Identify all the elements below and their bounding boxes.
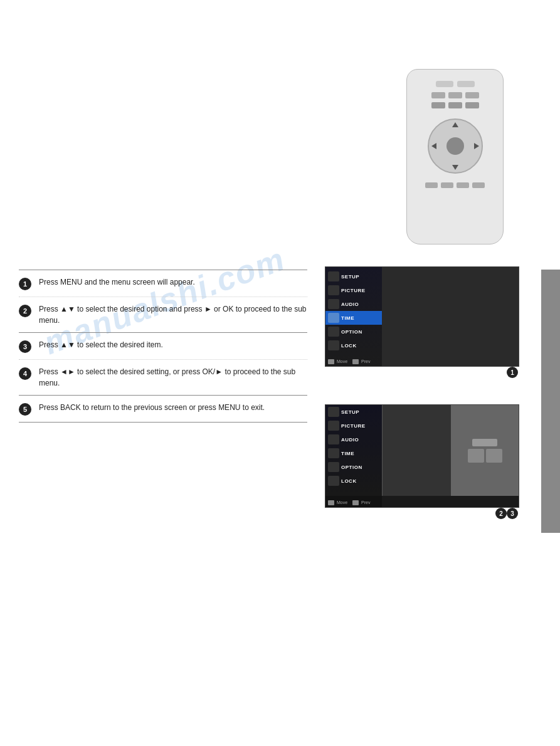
menu-item-option: OPTION <box>325 325 382 339</box>
prev2-icon <box>352 500 359 505</box>
menu2-label-option: OPTION <box>341 465 362 470</box>
remote-dpad <box>428 118 483 174</box>
screen2-right-boxes <box>468 449 502 463</box>
screen2-footer-right-label: Prev <box>361 500 370 505</box>
remote-btn-3 <box>431 92 445 98</box>
circle-num-1: 1 <box>507 367 518 378</box>
step-circle-3: 3 <box>19 340 31 353</box>
menu-mid-2 <box>382 405 451 496</box>
menu2-item-audio: AUDIO <box>325 433 382 446</box>
menu-main-1 <box>382 267 519 366</box>
remote-btn-4 <box>448 92 462 98</box>
remote-btn-7 <box>448 102 462 108</box>
menu-label-time: TIME <box>341 315 354 321</box>
menu2-label-setup: SETUP <box>341 409 359 415</box>
remote-btn-8 <box>465 102 479 108</box>
remote-middle-buttons <box>431 92 479 98</box>
screen2-footer-left-label: Move <box>337 500 347 505</box>
screen2-footer-right: Prev <box>352 500 370 505</box>
menu2-icon-option <box>328 462 339 472</box>
step-row-3: 3 Press ▲▼ to select the desired item. <box>19 332 307 359</box>
menu-screen-1: SETUP PICTURE AUDIO TIME OPTION LOCK <box>325 266 519 367</box>
remote-btn-10 <box>441 182 453 188</box>
step-row-2: 2 Press ▲▼ to select the desired option … <box>19 297 307 332</box>
step-text-1: Press MENU and the menu screen will appe… <box>39 276 195 288</box>
menu2-item-setup: SETUP <box>325 405 382 419</box>
menu-screen-2: SETUP PICTURE AUDIO TIME OPTION LOCK <box>325 404 519 508</box>
menu-icon-setup <box>328 271 339 281</box>
circle-num-2: 2 <box>495 508 507 519</box>
remote-ok-button <box>446 137 464 155</box>
menu-item-time: TIME <box>325 311 382 325</box>
screen2-right-box-sm-2 <box>486 449 502 463</box>
menu-layout-1: SETUP PICTURE AUDIO TIME OPTION LOCK <box>325 267 519 366</box>
menu-item-audio: AUDIO <box>325 297 382 311</box>
screen2-footer: Move Prev <box>328 500 370 505</box>
menu-icon-picture <box>328 285 339 295</box>
steps-area: 1 Press MENU and the menu screen will ap… <box>19 270 307 423</box>
menu-item-picture: PICTURE <box>325 283 382 297</box>
step-text-4: Press ◄► to select the desired setting, … <box>39 366 307 389</box>
step-text-2: Press ▲▼ to select the desired option an… <box>39 303 307 326</box>
remote-arrow-left-icon <box>431 143 436 149</box>
step-circle-5: 5 <box>19 403 31 416</box>
remote-arrow-right-icon <box>474 143 479 149</box>
prev-icon <box>352 359 359 364</box>
screen1-footer-right-label: Prev <box>361 359 370 364</box>
step-row-4: 4 Press ◄► to select the desired setting… <box>19 359 307 395</box>
remote-body <box>406 69 504 244</box>
menu-sidebar-1: SETUP PICTURE AUDIO TIME OPTION LOCK <box>325 267 382 366</box>
step-circle-2: 2 <box>19 305 31 317</box>
menu-item-lock: LOCK <box>325 339 382 352</box>
menu-icon-time <box>328 313 339 323</box>
remote-bottom-buttons <box>425 182 485 188</box>
menu-icon-lock <box>328 340 339 350</box>
remote-btn-2 <box>457 81 475 87</box>
screen1-footer-left: Move <box>328 359 347 364</box>
remote-btn-1 <box>436 81 453 87</box>
menu-label-option: OPTION <box>341 329 362 335</box>
screen1-footer: Move Prev <box>328 359 370 364</box>
screen1-footer-left-label: Move <box>337 359 347 364</box>
step-text-3: Press ▲▼ to select the desired item. <box>39 339 163 350</box>
menu2-item-lock: LOCK <box>325 474 382 488</box>
circle-num-3: 3 <box>507 508 518 519</box>
remote-control <box>406 69 504 244</box>
remote-btn-5 <box>465 92 479 98</box>
menu2-icon-picture <box>328 421 339 431</box>
screen1-footer-right: Prev <box>352 359 370 364</box>
menu2-item-option: OPTION <box>325 460 382 474</box>
screen2-footer-left: Move <box>328 500 347 505</box>
step-row-1: 1 Press MENU and the menu screen will ap… <box>19 270 307 297</box>
menu-icon-audio <box>328 299 339 309</box>
remote-middle-buttons-2 <box>431 102 479 108</box>
menu2-label-audio: AUDIO <box>341 437 359 443</box>
screen2-right-top-box <box>472 439 497 446</box>
remote-btn-9 <box>425 182 438 188</box>
remote-top-buttons <box>436 81 475 87</box>
remote-arrow-down-icon <box>452 165 458 170</box>
menu-label-audio: AUDIO <box>341 302 359 307</box>
menu-right-2 <box>451 405 519 496</box>
remote-btn-6 <box>431 102 445 108</box>
step-circle-1: 1 <box>19 278 31 290</box>
move2-icon <box>328 500 334 505</box>
move-icon <box>328 359 334 364</box>
menu-layout-2: SETUP PICTURE AUDIO TIME OPTION LOCK <box>325 405 519 496</box>
remote-btn-12 <box>472 182 485 188</box>
menu2-item-time: TIME <box>325 446 382 460</box>
menu2-item-picture: PICTURE <box>325 419 382 433</box>
menu-item-setup: SETUP <box>325 270 382 283</box>
remote-arrow-up-icon <box>452 122 458 127</box>
right-sidebar-bar <box>541 270 560 533</box>
screen2-right-box-sm-1 <box>468 449 484 463</box>
menu2-label-lock: LOCK <box>341 478 357 484</box>
menu2-icon-time <box>328 448 339 458</box>
menu-label-setup: SETUP <box>341 274 359 280</box>
menu-label-picture: PICTURE <box>341 288 366 293</box>
menu2-icon-lock <box>328 476 339 486</box>
menu2-icon-setup <box>328 407 339 417</box>
step-circle-4: 4 <box>19 367 31 380</box>
menu2-icon-audio <box>328 434 339 444</box>
menu-icon-option <box>328 327 339 337</box>
